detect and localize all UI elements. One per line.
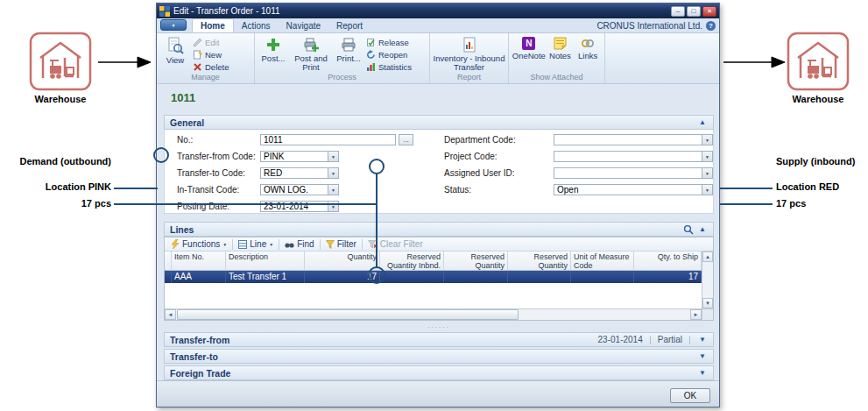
cell-res-inbnd[interactable] (380, 271, 444, 283)
new-button[interactable]: New (191, 49, 230, 60)
expand-icon[interactable]: ▼ (697, 337, 708, 344)
toolbar-separator (279, 239, 279, 250)
print-button[interactable]: Print... (333, 34, 364, 73)
col-qty-to-ship[interactable]: Qty. to Ship (634, 252, 702, 271)
project-field[interactable]: ▼ (554, 151, 713, 162)
expand-icon[interactable]: ▼ (697, 353, 708, 360)
post-and-print-button[interactable]: Post and Print (289, 34, 333, 73)
dropdown-icon[interactable]: ▼ (702, 168, 712, 178)
maximize-button[interactable]: □ (687, 6, 701, 17)
transfer-from-date-summary: 23-01-2014 (598, 335, 643, 344)
scrollbar-thumb[interactable] (177, 309, 519, 320)
post-button[interactable]: Post... (258, 34, 289, 73)
scroll-up-icon[interactable]: ▲ (702, 252, 713, 262)
scroll-left-icon[interactable]: ◄ (165, 309, 176, 320)
functions-menu-button[interactable]: Functions ▼ (168, 238, 229, 251)
transfer-to-field[interactable]: RED▼ (260, 167, 339, 179)
grid-empty-area (165, 283, 713, 308)
inventory-inbound-transfer-button[interactable]: Inventory - Inbound Transfer (434, 34, 505, 73)
clear-filter-button[interactable]: Clear Filter (365, 238, 426, 251)
view-button[interactable]: View (159, 34, 191, 73)
lines-toolbar: Functions ▼ Line ▼ (165, 237, 713, 252)
release-label: Release (378, 38, 409, 47)
scroll-right-icon[interactable]: ► (690, 309, 702, 320)
dropdown-icon[interactable]: ▼ (328, 185, 338, 195)
field-row-in-transit: In-Transit Code: OWN LOG.▼ (177, 184, 339, 195)
onenote-button[interactable]: N OneNote (512, 34, 547, 73)
cell-quantity[interactable]: 17 (305, 271, 380, 283)
col-reserved-qty-shipped[interactable]: Reserved Quantity Shipped (444, 252, 508, 271)
dropdown-icon[interactable]: ▼ (702, 152, 712, 161)
statistics-button[interactable]: Statistics (364, 61, 413, 72)
application-menu-button[interactable]: ▼ (160, 19, 187, 31)
tab-report[interactable]: Report (328, 18, 370, 32)
dropdown-icon[interactable]: ▼ (702, 185, 712, 195)
in-transit-field[interactable]: OWN LOG.▼ (260, 184, 339, 195)
horizontal-scrollbar[interactable]: ◄ ► (165, 308, 702, 320)
tab-home[interactable]: Home (192, 18, 234, 32)
status-field[interactable]: Open▼ (554, 184, 713, 195)
ok-button[interactable]: OK (670, 388, 710, 403)
assist-edit-button[interactable]: ... (399, 134, 413, 145)
col-reserved-qty-inbnd[interactable]: Reserved Quantity Inbnd. (380, 252, 444, 271)
cell-qty-to-ship[interactable]: 17 (634, 271, 702, 283)
assigned-user-field[interactable]: ▼ (554, 167, 713, 179)
title-bar[interactable]: Edit - Transfer Order - 1011 – □ × (157, 4, 719, 18)
col-quantity[interactable]: Quantity (305, 252, 380, 271)
general-body: No.: 1011 ... Transfer-from Code: PINK▼ … (164, 130, 714, 214)
supply-inbound-label: Supply (inbound) (776, 156, 855, 167)
splitter-handle[interactable]: ...... (164, 322, 714, 330)
col-unit-of-measure[interactable]: Unit of Measure Code (571, 252, 634, 271)
fasttab-header-lines[interactable]: Lines ▲ (164, 222, 714, 237)
fasttab-header-transfer-from[interactable]: Transfer-from 23-01-2014 Partial ▼ (164, 332, 714, 347)
cell-description[interactable]: Test Transfer 1 (226, 271, 305, 283)
no-field[interactable]: 1011 (260, 134, 396, 145)
reopen-button[interactable]: Reopen (364, 49, 413, 60)
cell-res-shipped[interactable] (444, 271, 508, 283)
notes-button[interactable]: Notes (547, 34, 575, 73)
find-button[interactable]: Find (282, 238, 316, 251)
collapse-icon[interactable]: ▲ (697, 119, 708, 126)
col-description[interactable]: Description (226, 252, 305, 271)
transfer-from-field[interactable]: PINK▼ (260, 151, 339, 162)
collapse-icon[interactable]: ▲ (697, 226, 708, 233)
fasttab-header-foreign-trade[interactable]: Foreign Trade ▼ (164, 365, 714, 380)
cell-res-outbnd[interactable] (508, 271, 571, 283)
help-icon[interactable]: ? (706, 21, 716, 31)
filter-button[interactable]: Filter (323, 238, 359, 251)
search-icon[interactable] (683, 224, 694, 235)
col-item-no[interactable]: Item No. (172, 252, 226, 271)
fasttab-header-general[interactable]: General ▲ (164, 115, 714, 130)
cell-item-no[interactable]: AAA (172, 271, 226, 283)
line-grid-icon (238, 240, 247, 249)
tab-actions[interactable]: Actions (234, 18, 279, 32)
summary-divider (689, 336, 690, 344)
lines-body: Functions ▼ Line ▼ (164, 237, 714, 321)
vertical-scrollbar[interactable]: ▲ ▼ (702, 252, 713, 308)
col-reserved-qty-outbnd[interactable]: Reserved Quantity Outbnd. (508, 252, 571, 271)
dropdown-icon[interactable]: ▼ (702, 135, 712, 145)
posting-date-field[interactable]: 23-01-2014▼ (260, 201, 339, 212)
dropdown-icon[interactable]: ▼ (328, 202, 338, 211)
cell-uom[interactable] (571, 271, 634, 283)
close-button[interactable]: × (702, 6, 716, 17)
line-menu-button[interactable]: Line ▼ (236, 238, 276, 251)
reopen-icon (366, 50, 376, 60)
scroll-down-icon[interactable]: ▼ (702, 298, 713, 308)
arrow-left-head (138, 57, 151, 67)
delete-button[interactable]: Delete (191, 61, 230, 72)
printer-icon (341, 37, 356, 53)
minimize-button[interactable]: – (671, 6, 685, 17)
edit-button[interactable]: Edit (191, 37, 230, 47)
fasttab-header-transfer-to[interactable]: Transfer-to ▼ (164, 349, 714, 364)
report-chart-icon (462, 37, 477, 53)
department-field[interactable]: ▼ (554, 134, 713, 145)
dropdown-icon[interactable]: ▼ (328, 168, 338, 178)
table-row-selected[interactable]: AAA Test Transfer 1 17 17 (165, 271, 713, 283)
field-row-no: No.: 1011 ... (177, 134, 413, 145)
release-button[interactable]: Release (364, 37, 413, 47)
expand-icon[interactable]: ▼ (697, 370, 708, 377)
dropdown-icon[interactable]: ▼ (328, 152, 338, 161)
links-button[interactable]: Links (574, 34, 602, 73)
tab-navigate[interactable]: Navigate (279, 18, 328, 32)
